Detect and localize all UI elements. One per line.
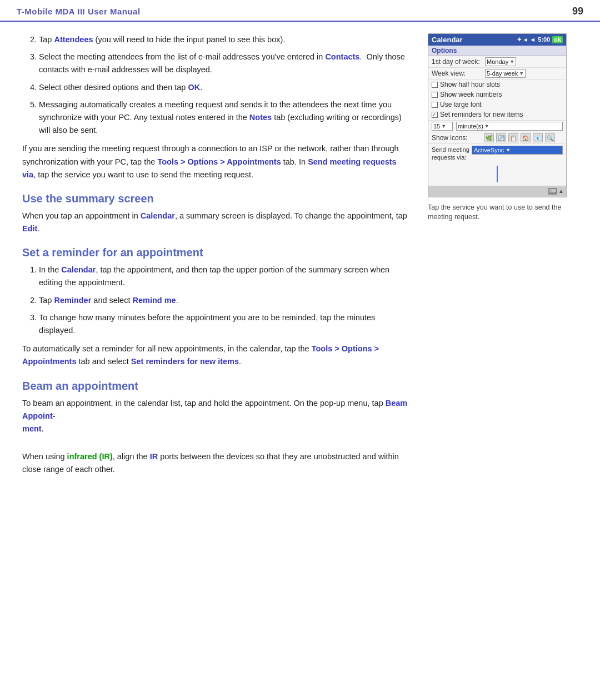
keyboard-icon[interactable]: ⌨: [548, 188, 557, 195]
cal-icon-1: 🌿: [484, 133, 494, 142]
cal-title: Calendar: [432, 36, 463, 44]
cal-cb4[interactable]: [432, 112, 438, 118]
cal-first-day-select[interactable]: Monday ▼: [485, 57, 516, 66]
reminder-heading: Set a reminder for an appointment: [22, 246, 411, 259]
beam-appoint-link: Beam Appoint-ment: [22, 399, 407, 433]
notes-link: Notes: [249, 113, 272, 122]
summary-screen-heading: Use the summary screen: [22, 192, 411, 205]
cal-cb1[interactable]: [432, 82, 438, 88]
left-column: Tap Attendees (you will need to hide the…: [22, 33, 411, 482]
cal-reminder-unit-select[interactable]: minute(s) ▼: [456, 122, 563, 131]
cal-menu: Options: [428, 46, 566, 56]
cal-icon-3: 📋: [508, 133, 518, 142]
cal-send-select[interactable]: ActiveSync ▼: [472, 146, 563, 155]
reminder-step-3: To change how many minutes before the ap…: [39, 311, 411, 337]
header-title: T-Mobile MDA III User Manual: [17, 7, 141, 16]
calendar-widget: Calendar ✦ ◂ ◄ 5:00 ok Options 1st day o…: [428, 33, 567, 197]
beam-para-1: To beam an appointment, in the calendar …: [22, 397, 411, 436]
contacts-link: Contacts: [325, 52, 359, 61]
set-reminders-link: Set reminders for new items: [131, 357, 239, 366]
steps-list: Tap Attendees (you will need to hide the…: [39, 33, 411, 137]
cal-signal-icon: ◂: [524, 36, 527, 43]
cal-show-icons-label: Show icons:: [432, 134, 482, 142]
reminder-step-1: In the Calendar, tap the appointment, an…: [39, 264, 411, 289]
reminder-step-2: Tap Reminder and select Remind me.: [39, 294, 411, 307]
cal-icon-5: 📧: [533, 133, 543, 142]
cal-indicator-line: [497, 166, 498, 182]
step-2: Tap Attendees (you will need to hide the…: [39, 33, 411, 46]
cal-titlebar-icons: ✦ ◂ ◄ 5:00 ok: [517, 36, 563, 43]
edit-link: Edit: [22, 224, 37, 233]
cal-cb2-label: Show week numbers: [440, 91, 502, 98]
beam-para-2: When using infrared (IR), align the IR p…: [22, 450, 411, 476]
ok-link: OK: [188, 83, 200, 92]
right-column: Calendar ✦ ◂ ◄ 5:00 ok Options 1st day o…: [428, 33, 583, 482]
cal-cb4-row: Set reminders for new items: [428, 110, 566, 121]
attendees-link: Attendees: [54, 35, 93, 44]
cal-minutes-arrow: ▼: [441, 123, 446, 129]
page-header: T-Mobile MDA III User Manual 99: [0, 0, 600, 22]
cal-cb1-label: Show half hour slots: [440, 81, 500, 88]
cal-indicator: [428, 163, 566, 186]
cal-show-icons-row: Show icons: 🌿 🔄 📋 🏠 📧 🔍: [428, 132, 566, 144]
cal-time: 5:00: [538, 36, 550, 43]
cal-first-day-label: 1st day of week:: [432, 58, 482, 66]
calendar-link-2: Calendar: [61, 265, 96, 274]
cal-reminder-minutes-select[interactable]: 15 ▼: [432, 122, 453, 131]
cal-icon-6: 🔍: [545, 133, 555, 142]
cal-week-view-row: Week view: 5-day week ▼: [428, 68, 566, 80]
cal-cb3[interactable]: [432, 102, 438, 108]
calendar-link-1: Calendar: [141, 211, 175, 220]
cal-send-row: Send meetingrequests via: ActiveSync ▼: [428, 144, 566, 163]
cal-titlebar: Calendar ✦ ◂ ◄ 5:00 ok: [428, 34, 566, 46]
cal-send-arrow: ▼: [506, 147, 511, 153]
ir-link: IR: [150, 452, 158, 461]
cal-star-icon: ✦: [517, 36, 522, 43]
main-content: Tap Attendees (you will need to hide the…: [0, 22, 600, 493]
cal-cb2-row: Show week numbers: [428, 90, 566, 100]
cal-cb2[interactable]: [432, 92, 438, 98]
summary-screen-body: When you tap an appointment in Calendar,…: [22, 210, 411, 235]
cal-reminder-time-row: 15 ▼ minute(s) ▼: [428, 121, 566, 132]
step-4: Select other desired options and then ta…: [39, 81, 411, 94]
page-number: 99: [572, 6, 583, 17]
reminder-auto-para: To automatically set a reminder for all …: [22, 342, 411, 368]
cal-cb1-row: Show half hour slots: [428, 80, 566, 90]
infrared-link: infrared (IR): [67, 452, 113, 461]
cal-cb3-label: Use large font: [440, 101, 482, 108]
cal-cb3-row: Use large font: [428, 100, 566, 110]
cal-icon-4: 🏠: [521, 133, 531, 142]
cal-cb4-label: Set reminders for new items: [440, 111, 523, 118]
cal-ok-icon: ok: [552, 36, 563, 43]
reminder-steps: In the Calendar, tap the appointment, an…: [39, 264, 411, 337]
scroll-arrow: ▲: [558, 188, 564, 194]
cal-first-day-row: 1st day of week: Monday ▼: [428, 56, 566, 68]
cal-send-label: Send meetingrequests via:: [432, 146, 469, 162]
cal-week-view-arrow: ▼: [519, 71, 524, 76]
cal-unit-arrow: ▼: [484, 123, 489, 129]
cal-icon-2: 🔄: [496, 133, 506, 142]
cal-volume-icon: ◄: [529, 36, 536, 43]
isp-paragraph: If you are sending the meeting request t…: [22, 142, 411, 181]
remind-me-link: Remind me: [132, 296, 176, 305]
step-3: Select the meeting attendees from the li…: [39, 51, 411, 76]
cal-week-view-select[interactable]: 5-day week ▼: [485, 69, 526, 78]
reminder-link: Reminder: [54, 296, 91, 305]
cal-week-view-label: Week view:: [432, 69, 482, 77]
tools-options-link: Tools > Options > Appointments: [157, 157, 281, 166]
widget-caption: Tap the service you want to use to send …: [428, 203, 567, 222]
step-5: Messaging automatically creates a meetin…: [39, 98, 411, 137]
cal-bottom-bar: ⌨ ▲: [428, 186, 566, 197]
cal-first-day-arrow: ▼: [509, 59, 514, 64]
beam-heading: Beam an appointment: [22, 380, 411, 393]
